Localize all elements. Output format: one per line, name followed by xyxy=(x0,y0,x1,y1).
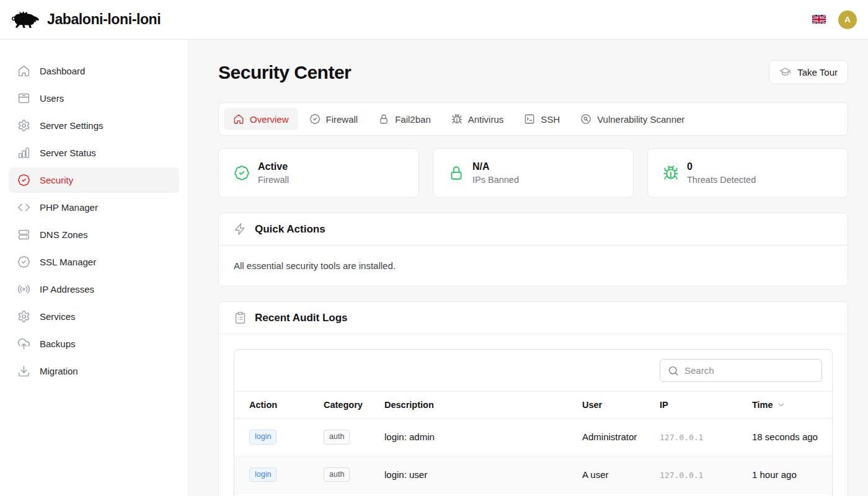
audit-logs-card: Recent Audit Logs xyxy=(218,301,848,496)
table-row[interactable]: login auth login: admin Administrator 12… xyxy=(234,418,832,456)
status-card-firewall: Active Firewall xyxy=(218,148,419,198)
action-badge: login xyxy=(249,430,277,445)
app-header: Jabaloni-loni-loni A xyxy=(0,0,868,40)
tab-vulnerability-scanner[interactable]: Vulnerability Scanner xyxy=(571,108,694,130)
terminal-icon xyxy=(524,113,535,125)
time-cell: 18 seconds ago xyxy=(746,418,832,456)
tab-ssh[interactable]: SSH xyxy=(515,108,569,130)
sidebar-item-dashboard[interactable]: Dashboard xyxy=(9,58,179,84)
home-icon xyxy=(233,113,244,125)
main-content: Security Center Take Tour Overview Firew… xyxy=(188,40,868,496)
sidebar-item-php-manager[interactable]: PHP Manager xyxy=(9,195,179,220)
search-icon xyxy=(668,365,679,376)
status-label: IPs Banned xyxy=(472,175,519,185)
sidebar-item-ssl-manager[interactable]: SSL Manager xyxy=(9,249,179,275)
broadcast-icon xyxy=(17,283,30,296)
sidebar-item-label: PHP Manager xyxy=(40,202,98,213)
sidebar-item-ip-addresses[interactable]: IP Addresses xyxy=(9,277,179,302)
user-cell: Administrator xyxy=(576,418,653,456)
sidebar-item-label: Migration xyxy=(40,366,78,376)
sidebar-item-server-status[interactable]: Server Status xyxy=(9,140,179,166)
brand[interactable]: Jabaloni-loni-loni xyxy=(10,10,161,30)
sidebar-item-label: Backups xyxy=(40,339,76,349)
tab-fail2ban[interactable]: Fail2ban xyxy=(369,108,440,130)
column-header-action[interactable]: Action xyxy=(234,392,317,418)
user-avatar[interactable]: A xyxy=(838,11,857,29)
sidebar-item-migration[interactable]: Migration xyxy=(9,358,179,384)
column-header-user[interactable]: User xyxy=(576,392,653,418)
download-icon xyxy=(17,365,30,378)
column-header-ip[interactable]: IP xyxy=(653,392,746,418)
status-label: Firewall xyxy=(258,175,289,185)
security-tabs: Overview Firewall Fail2ban Antivirus SSH… xyxy=(218,102,848,136)
status-cards: Active Firewall N/A IPs Banned 0 Threats… xyxy=(218,148,848,198)
section-title: Recent Audit Logs xyxy=(255,312,348,324)
user-cell: A user xyxy=(576,456,653,494)
description-cell: login: user xyxy=(378,456,576,494)
category-badge: auth xyxy=(324,467,350,482)
section-title: Quick Actions xyxy=(255,223,326,236)
status-label: Threats Detected xyxy=(687,175,756,185)
sidebar-item-label: DNS Zones xyxy=(40,229,88,240)
status-value: 0 xyxy=(687,161,756,172)
home-icon xyxy=(17,64,30,78)
shield-check-icon xyxy=(309,113,321,125)
chevron-down-icon xyxy=(777,401,786,409)
shield-check-icon xyxy=(17,174,30,187)
brand-title: Jabaloni-loni-loni xyxy=(47,11,161,28)
take-tour-button[interactable]: Take Tour xyxy=(769,60,848,84)
category-badge: auth xyxy=(324,430,350,445)
sidebar-item-label: Server Status xyxy=(40,148,96,158)
sidebar-item-server-settings[interactable]: Server Settings xyxy=(9,113,179,138)
ip-cell: 127.0.0.1 xyxy=(660,433,703,442)
sidebar-item-backups[interactable]: Backups xyxy=(9,331,179,356)
server-icon xyxy=(17,228,30,241)
graduation-cap-icon xyxy=(779,66,791,78)
audit-table: Action Category Description User IP Time xyxy=(234,349,833,496)
sidebar-item-label: Users xyxy=(40,93,64,104)
sidebar-item-security[interactable]: Security xyxy=(9,167,179,193)
gear-icon xyxy=(17,310,30,323)
sidebar-item-services[interactable]: Services xyxy=(9,304,179,329)
status-value: Active xyxy=(258,161,289,172)
language-flag-icon[interactable] xyxy=(812,15,826,25)
clipboard-icon xyxy=(234,311,247,324)
lock-icon xyxy=(448,165,464,181)
audit-search xyxy=(660,359,822,382)
table-row[interactable]: login auth login: user A user 127.0.0.1 … xyxy=(234,456,832,494)
sidebar-item-users[interactable]: Users xyxy=(9,86,179,111)
code-icon xyxy=(17,201,30,214)
tab-firewall[interactable]: Firewall xyxy=(300,108,368,130)
table-header-row: Action Category Description User IP Time xyxy=(234,392,832,418)
scan-search-icon xyxy=(580,113,591,125)
gear-icon xyxy=(17,119,30,132)
sidebar: Dashboard Users Server Settings Server S… xyxy=(0,40,188,496)
time-cell: 1 hour ago xyxy=(746,456,832,494)
action-badge: login xyxy=(249,467,277,482)
drawer-icon xyxy=(17,92,30,105)
tab-antivirus[interactable]: Antivirus xyxy=(442,108,513,130)
column-header-time[interactable]: Time xyxy=(746,392,832,418)
sidebar-item-label: IP Addresses xyxy=(40,284,94,294)
sidebar-item-dns-zones[interactable]: DNS Zones xyxy=(9,222,179,247)
sidebar-item-label: Security xyxy=(40,175,73,185)
sidebar-item-label: SSL Manager xyxy=(40,257,96,267)
column-header-category[interactable]: Category xyxy=(317,392,378,418)
quick-actions-card: Quick Actions All essential security too… xyxy=(218,213,848,286)
bar-chart-icon xyxy=(17,146,30,159)
search-input[interactable] xyxy=(684,365,814,376)
shield-check-icon xyxy=(17,255,30,268)
quick-actions-message: All essential security tools are install… xyxy=(219,246,848,286)
status-value: N/A xyxy=(472,161,519,172)
table-row[interactable] xyxy=(234,494,832,496)
bug-icon xyxy=(663,165,679,181)
tab-overview[interactable]: Overview xyxy=(224,108,298,130)
sidebar-item-label: Dashboard xyxy=(40,66,85,76)
sidebar-item-label: Server Settings xyxy=(40,120,104,131)
boar-logo-icon xyxy=(10,10,41,30)
lock-icon xyxy=(378,113,389,125)
ip-cell: 127.0.0.1 xyxy=(660,471,703,480)
description-cell: login: admin xyxy=(378,418,576,456)
column-header-description[interactable]: Description xyxy=(378,392,576,418)
sidebar-item-label: Services xyxy=(40,311,76,322)
